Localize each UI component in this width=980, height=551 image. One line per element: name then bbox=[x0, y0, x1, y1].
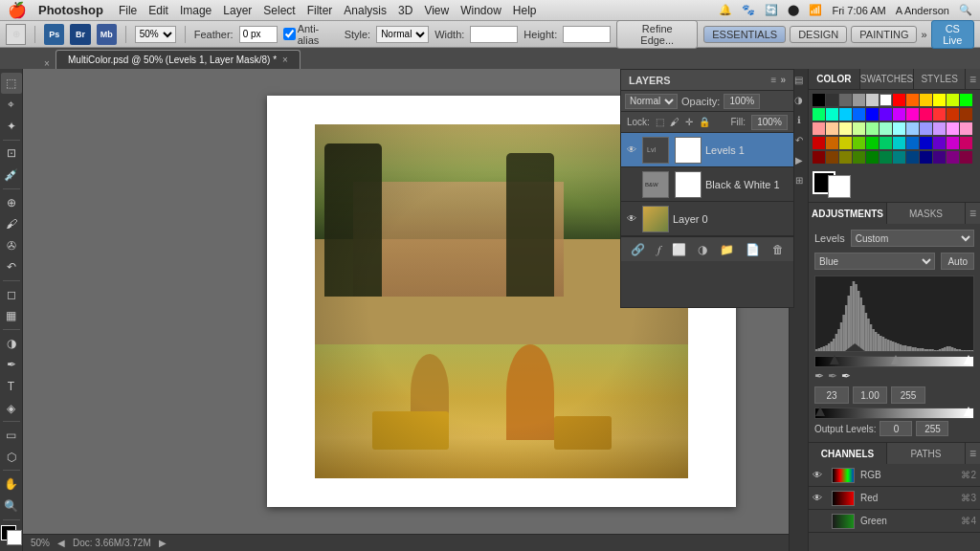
menu-file[interactable]: File bbox=[119, 4, 137, 17]
menu-view[interactable]: View bbox=[424, 4, 449, 17]
swatch[interactable] bbox=[866, 151, 879, 164]
spotlight-icon[interactable]: 🔍 bbox=[959, 4, 972, 16]
nav-left-icon[interactable]: ◀ bbox=[57, 538, 65, 548]
design-button[interactable]: DESIGN bbox=[790, 26, 847, 43]
swatch[interactable] bbox=[960, 108, 972, 121]
tool-mode-icon[interactable]: ⊕ bbox=[6, 24, 26, 45]
channel-row-green[interactable]: Green ⌘4 bbox=[809, 510, 980, 533]
tab-close-icon[interactable]: × bbox=[282, 55, 288, 65]
eyedropper-highlight[interactable]: ✒ bbox=[841, 369, 851, 383]
swatch[interactable] bbox=[853, 94, 865, 106]
tab-adjustments[interactable]: ADJUSTMENTS bbox=[809, 203, 887, 224]
user-display[interactable]: A Anderson bbox=[896, 5, 949, 16]
color-background-large[interactable] bbox=[828, 175, 851, 198]
lock-image-icon[interactable]: 🖌 bbox=[670, 117, 679, 127]
channel-eye-red[interactable]: 👁 bbox=[813, 493, 826, 503]
swatch[interactable] bbox=[880, 151, 892, 164]
more-workspaces-icon[interactable]: » bbox=[921, 29, 926, 40]
swatch[interactable] bbox=[826, 108, 838, 121]
swatch[interactable] bbox=[839, 151, 852, 164]
swatch[interactable] bbox=[839, 94, 852, 106]
menu-3d[interactable]: 3D bbox=[398, 4, 412, 17]
highlight-slider[interactable] bbox=[964, 355, 973, 364]
tool-gradient[interactable]: ▦ bbox=[1, 306, 22, 327]
eyedropper-midtone[interactable]: ✒ bbox=[828, 369, 837, 383]
panel-icon-history[interactable]: ↶ bbox=[795, 135, 803, 145]
swatch[interactable] bbox=[960, 94, 972, 106]
apple-menu[interactable]: 🍎 bbox=[8, 1, 27, 19]
swatch[interactable] bbox=[920, 137, 932, 149]
tool-brush[interactable]: 🖌 bbox=[1, 213, 22, 234]
swatch[interactable] bbox=[933, 122, 946, 135]
tool-3d[interactable]: ⬡ bbox=[1, 447, 22, 468]
tool-history[interactable]: ↶ bbox=[1, 256, 22, 277]
link-layers-icon[interactable]: 🔗 bbox=[631, 243, 645, 256]
swatch[interactable] bbox=[933, 94, 946, 106]
essentials-button[interactable]: ESSENTIALS bbox=[703, 26, 786, 43]
swatch[interactable] bbox=[866, 94, 879, 106]
tool-marquee[interactable]: ⬚ bbox=[1, 73, 22, 94]
layer-visibility-icon-1[interactable] bbox=[625, 178, 638, 191]
tab-color[interactable]: COLOR bbox=[809, 69, 860, 89]
channel-row-red[interactable]: 👁 Red ⌘3 bbox=[809, 487, 980, 510]
height-input[interactable] bbox=[563, 26, 611, 43]
swatch[interactable] bbox=[906, 94, 919, 106]
swatch[interactable] bbox=[826, 94, 838, 106]
shadow-slider[interactable] bbox=[830, 355, 839, 364]
adj-panel-menu-icon[interactable]: ≡ bbox=[966, 203, 980, 224]
close-other-tabs-icon[interactable]: × bbox=[44, 58, 50, 69]
tool-heal[interactable]: ⊕ bbox=[1, 192, 22, 213]
tab-masks[interactable]: MASKS bbox=[887, 203, 966, 224]
swatch[interactable] bbox=[920, 122, 932, 135]
swatch[interactable] bbox=[893, 122, 905, 135]
swatch[interactable] bbox=[813, 108, 825, 121]
output-min-input[interactable] bbox=[880, 421, 912, 436]
eyedropper-shadow[interactable]: ✒ bbox=[814, 369, 824, 383]
swatch[interactable] bbox=[853, 151, 865, 164]
new-layer-icon[interactable]: 📄 bbox=[746, 243, 760, 256]
output-max-input[interactable] bbox=[916, 421, 948, 436]
panel-icon-mini-bridge[interactable]: ⊞ bbox=[795, 175, 803, 186]
menu-filter[interactable]: Filter bbox=[307, 4, 333, 17]
layer-row-levels1[interactable]: 👁 Lvl Levels 1 bbox=[621, 133, 793, 167]
midtone-slider[interactable] bbox=[891, 355, 901, 364]
menu-layer[interactable]: Layer bbox=[223, 4, 252, 17]
nav-right-icon[interactable]: ▶ bbox=[159, 538, 167, 548]
swatch[interactable] bbox=[826, 122, 838, 135]
tool-pen[interactable]: ✒ bbox=[1, 355, 22, 376]
swatch[interactable] bbox=[880, 94, 892, 106]
opacity-input[interactable] bbox=[724, 94, 760, 109]
menu-analysis[interactable]: Analysis bbox=[344, 4, 387, 17]
swatch[interactable] bbox=[947, 151, 959, 164]
swatch[interactable] bbox=[893, 137, 905, 149]
swatch[interactable] bbox=[960, 151, 972, 164]
swatch[interactable] bbox=[866, 122, 879, 135]
swatch[interactable] bbox=[906, 122, 919, 135]
swatch[interactable] bbox=[947, 137, 959, 149]
swatch[interactable] bbox=[933, 137, 946, 149]
menu-help[interactable]: Help bbox=[513, 4, 537, 17]
swatch[interactable] bbox=[920, 94, 932, 106]
swatch[interactable] bbox=[866, 108, 879, 121]
swatch[interactable] bbox=[853, 108, 865, 121]
channel-eye-rgb[interactable]: 👁 bbox=[813, 470, 826, 480]
swatch[interactable] bbox=[813, 151, 825, 164]
background-color-swatch[interactable] bbox=[7, 530, 22, 545]
cs-live-button[interactable]: CS Live bbox=[931, 20, 974, 49]
anti-alias-checkbox[interactable] bbox=[283, 28, 296, 40]
layers-panel-menu-icon[interactable]: ≡ bbox=[771, 75, 777, 85]
input-highlight-value[interactable] bbox=[891, 386, 925, 404]
tab-styles[interactable]: STYLES bbox=[914, 69, 966, 89]
tab-swatches[interactable]: SWATCHES bbox=[860, 69, 915, 89]
panel-menu-icon[interactable]: ≡ bbox=[966, 69, 980, 89]
panel-icon-info[interactable]: ℹ bbox=[797, 115, 801, 125]
fill-input[interactable] bbox=[751, 115, 788, 130]
tool-eyedropper[interactable]: 💉 bbox=[1, 165, 22, 186]
swatch[interactable] bbox=[826, 151, 838, 164]
swatch[interactable] bbox=[933, 151, 946, 164]
layer-row-bw1[interactable]: B&W Black & White 1 bbox=[621, 167, 793, 202]
swatch[interactable] bbox=[839, 122, 852, 135]
input-gamma-value[interactable] bbox=[853, 386, 887, 404]
swatch[interactable] bbox=[853, 137, 865, 149]
swatch[interactable] bbox=[906, 108, 919, 121]
